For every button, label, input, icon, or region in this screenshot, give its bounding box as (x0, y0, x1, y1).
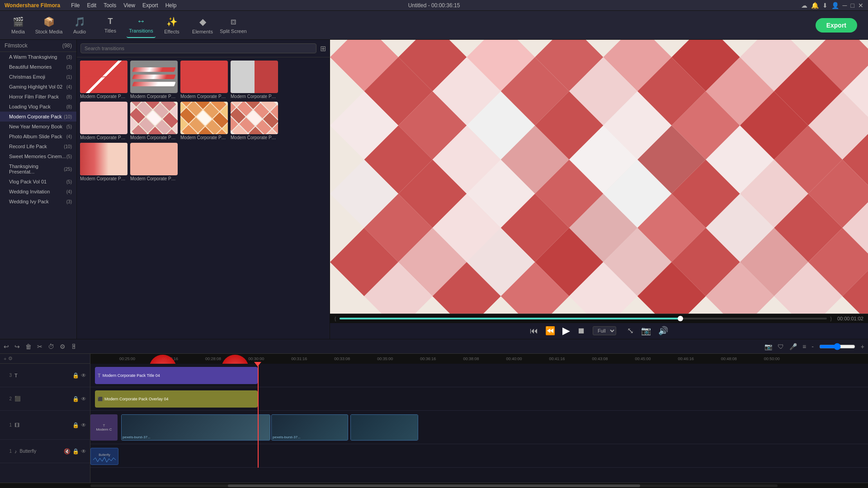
notification-icon[interactable]: 🔔 (811, 2, 819, 9)
close-button[interactable]: ✕ (858, 2, 863, 9)
add-track-icon[interactable]: + (4, 356, 6, 361)
undo-button[interactable]: ↩ (4, 343, 9, 350)
zoom-in-button[interactable]: + (861, 343, 864, 350)
transition-item-8[interactable]: Modern Corporate Pac... (80, 143, 127, 181)
tool-audio[interactable]: 🎵 Audio (65, 13, 94, 38)
tool-stock[interactable]: 📦 Stock Media (34, 13, 63, 38)
sidebar-item-new-year[interactable]: New Year Memory Book (5) (0, 122, 76, 131)
export-button[interactable]: Export (816, 18, 857, 33)
audio-clip[interactable]: Butterfly (90, 448, 118, 465)
sidebar-item-sweet-memories[interactable]: Sweet Memories Cinem... (5) (0, 151, 76, 161)
track-audio-mute[interactable]: 🔇 (64, 448, 71, 455)
menu-tools[interactable]: Tools (104, 2, 116, 9)
quality-select[interactable]: Full (593, 326, 616, 335)
tool-splitscreen[interactable]: ⧈ Split Screen (219, 13, 248, 38)
stop-button[interactable]: ⏹ (577, 326, 585, 336)
small-title-clip[interactable]: T Modern C (90, 414, 118, 441)
timeline-toolbar: ↩ ↪ 🗑 ✂ ⏱ ⚙ 🎚 📷 🛡 🎤 ≡ - + (0, 339, 868, 354)
tool-transitions[interactable]: ↔ Transitions (127, 13, 156, 38)
track-audio-lock[interactable]: 🔒 (72, 448, 79, 455)
track-3-eye[interactable]: 👁 (81, 372, 86, 379)
video-clip-1[interactable]: pexels-burst-37... (121, 414, 270, 441)
tool-titles[interactable]: T Titles (96, 13, 125, 38)
timer-button[interactable]: ⏱ (48, 343, 54, 350)
shield-button[interactable]: 🛡 (778, 343, 784, 350)
delete-button[interactable]: 🗑 (25, 343, 32, 350)
audio-settings-button[interactable]: 🎚 (71, 343, 77, 350)
sidebar-item-vlog-pack[interactable]: Vlog Pack Vol 01 (5) (0, 177, 76, 187)
menu-view[interactable]: View (123, 2, 135, 9)
timeline-scrollbar[interactable] (0, 483, 868, 488)
tool-media[interactable]: 🎬 Media (4, 13, 33, 38)
sidebar-item-gaming-highlight[interactable]: Gaming Highlight Vol 02 (4) (0, 82, 76, 92)
track-settings-icon[interactable]: ⚙ (8, 356, 13, 361)
zoom-out-button[interactable]: - (811, 343, 814, 350)
sidebar-item-thanksgiving[interactable]: Thanksgiving Presentat... (25) (0, 161, 76, 177)
progress-bar[interactable]: { } 00:00:01:02 (330, 314, 868, 323)
sidebar-item-loading-vlog[interactable]: Loading Vlog Pack (8) (0, 102, 76, 112)
track-1-lock[interactable]: 🔒 (72, 422, 79, 428)
track-2-lock[interactable]: 🔒 (72, 396, 79, 402)
track-3-lock[interactable]: 🔒 (72, 372, 79, 379)
video-clip-2[interactable]: pexels-burst-37... (271, 414, 348, 441)
equalizer-button[interactable]: ≡ (802, 343, 806, 350)
sidebar-item-wedding-invitation[interactable]: Wedding Invitation (4) (0, 187, 76, 197)
preview-time: 00:00:01:02 (837, 316, 863, 321)
download-icon[interactable]: ⬇ (822, 2, 828, 9)
search-input[interactable] (80, 43, 316, 53)
transition-item-1[interactable]: Modern Corporate Pac... (130, 61, 178, 99)
track-audio-eye[interactable]: 👁 (81, 448, 86, 455)
timeline-content[interactable]: 00:25:00 00:26:16 00:28:08 00:30:00 00:3… (90, 354, 868, 483)
transition-item-5[interactable]: Modern Corporate Pac... (130, 102, 178, 140)
transition-item-7[interactable]: Modern Corporate Pac... (231, 102, 278, 140)
tool-transitions-label: Transitions (129, 28, 153, 33)
playhead-thumb[interactable] (678, 316, 683, 321)
track-2-row: ⬛ Modern Corporate Pack Overlay 04 (90, 387, 868, 411)
sidebar-item-wedding-ivy[interactable]: Wedding Ivy Pack (3) (0, 197, 76, 206)
snapshot-button[interactable]: 📷 (641, 326, 651, 336)
menu-export[interactable]: Export (142, 2, 158, 9)
transition-label-9: Modern Corporate Pac... (130, 176, 178, 181)
transition-item-6[interactable]: Modern Corporate Pac... (180, 102, 228, 140)
fullscreen-button[interactable]: ⤡ (627, 326, 634, 336)
redo-button[interactable]: ↪ (14, 343, 20, 350)
sidebar-item-record-life[interactable]: Record Life Pack (10) (0, 141, 76, 151)
mic-button[interactable]: 🎤 (789, 343, 797, 350)
zoom-slider[interactable] (819, 343, 855, 350)
settings-button[interactable]: ⚙ (60, 343, 66, 350)
sidebar-item-christmas-emoji[interactable]: Christmas Emoji (1) (0, 72, 76, 82)
track-2-eye[interactable]: 👁 (81, 396, 86, 402)
sidebar-item-modern-corporate[interactable]: Modern Corporate Pack (10) (0, 112, 76, 122)
sidebar-item-beautiful-memories[interactable]: Beautiful Memories (3) (0, 62, 76, 72)
tool-effects[interactable]: ✨ Effects (157, 13, 186, 38)
menu-help[interactable]: Help (165, 2, 177, 9)
sidebar-item-warm-thanksgiving[interactable]: A Warm Thanksgiving (3) (0, 52, 76, 62)
menu-file[interactable]: File (71, 2, 80, 9)
transition-item-3[interactable]: Modern Corporate Pac... (231, 61, 278, 99)
video-clip-3[interactable] (350, 414, 418, 441)
user-icon[interactable]: 👤 (831, 2, 839, 9)
camera-button[interactable]: 📷 (764, 343, 772, 350)
step-back-button[interactable]: ⏪ (545, 326, 555, 336)
cut-button[interactable]: ✂ (37, 343, 42, 350)
volume-button[interactable]: 🔊 (658, 326, 668, 336)
track-2-clip-label: Modern Corporate Pack Overlay 04 (104, 397, 169, 401)
transition-item-0[interactable]: Modern Corporate Pac... (80, 61, 127, 99)
play-button[interactable]: ▶ (562, 325, 570, 337)
transition-item-9[interactable]: Modern Corporate Pac... (130, 143, 178, 181)
track-1-eye[interactable]: 👁 (81, 422, 86, 428)
sidebar-item-horror-film[interactable]: Horror Film Filter Pack (8) (0, 92, 76, 102)
cloud-icon[interactable]: ☁ (801, 2, 807, 9)
transition-item-2[interactable]: Modern Corporate Pac... (180, 61, 228, 99)
playhead-track[interactable] (340, 318, 826, 319)
maximize-button[interactable]: □ (851, 2, 854, 9)
transition-item-4[interactable]: Modern Corporate Pac... (80, 102, 127, 140)
tool-elements[interactable]: ◆ Elements (188, 13, 217, 38)
skip-back-button[interactable]: ⏮ (530, 326, 538, 336)
track-2-clip[interactable]: ⬛ Modern Corporate Pack Overlay 04 (95, 390, 258, 408)
minimize-button[interactable]: ─ (843, 2, 847, 9)
track-3-clip[interactable]: T Modern Corporate Pack Title 04 (95, 367, 258, 384)
sidebar-item-photo-album[interactable]: Photo Album Slide Pack (4) (0, 131, 76, 141)
grid-toggle-icon[interactable]: ⊞ (320, 44, 326, 53)
menu-edit[interactable]: Edit (87, 2, 96, 9)
